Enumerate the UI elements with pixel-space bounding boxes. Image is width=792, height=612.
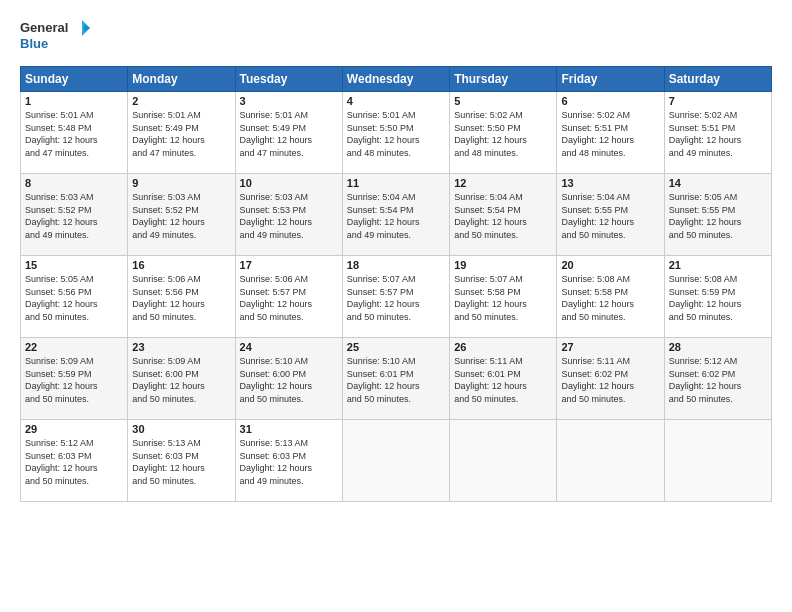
calendar-cell: 1Sunrise: 5:01 AMSunset: 5:48 PMDaylight… bbox=[21, 92, 128, 174]
cell-text: Sunrise: 5:08 AMSunset: 5:59 PMDaylight:… bbox=[669, 273, 767, 323]
calendar-cell bbox=[450, 420, 557, 502]
day-number: 16 bbox=[132, 259, 230, 271]
calendar-cell: 9Sunrise: 5:03 AMSunset: 5:52 PMDaylight… bbox=[128, 174, 235, 256]
cell-text: Sunrise: 5:10 AMSunset: 6:00 PMDaylight:… bbox=[240, 355, 338, 405]
cell-text: Sunrise: 5:03 AMSunset: 5:52 PMDaylight:… bbox=[25, 191, 123, 241]
calendar-cell: 25Sunrise: 5:10 AMSunset: 6:01 PMDayligh… bbox=[342, 338, 449, 420]
day-number: 1 bbox=[25, 95, 123, 107]
page: General Blue SundayMondayTuesdayWednesda… bbox=[0, 0, 792, 612]
day-number: 19 bbox=[454, 259, 552, 271]
cell-text: Sunrise: 5:01 AMSunset: 5:49 PMDaylight:… bbox=[240, 109, 338, 159]
day-number: 22 bbox=[25, 341, 123, 353]
calendar-cell: 24Sunrise: 5:10 AMSunset: 6:00 PMDayligh… bbox=[235, 338, 342, 420]
cell-text: Sunrise: 5:04 AMSunset: 5:54 PMDaylight:… bbox=[347, 191, 445, 241]
day-number: 2 bbox=[132, 95, 230, 107]
cell-text: Sunrise: 5:08 AMSunset: 5:58 PMDaylight:… bbox=[561, 273, 659, 323]
calendar-cell: 22Sunrise: 5:09 AMSunset: 5:59 PMDayligh… bbox=[21, 338, 128, 420]
day-number: 13 bbox=[561, 177, 659, 189]
calendar-cell: 28Sunrise: 5:12 AMSunset: 6:02 PMDayligh… bbox=[664, 338, 771, 420]
day-number: 9 bbox=[132, 177, 230, 189]
day-number: 12 bbox=[454, 177, 552, 189]
calendar-cell: 27Sunrise: 5:11 AMSunset: 6:02 PMDayligh… bbox=[557, 338, 664, 420]
cell-text: Sunrise: 5:13 AMSunset: 6:03 PMDaylight:… bbox=[132, 437, 230, 487]
cell-text: Sunrise: 5:02 AMSunset: 5:51 PMDaylight:… bbox=[561, 109, 659, 159]
calendar-cell: 20Sunrise: 5:08 AMSunset: 5:58 PMDayligh… bbox=[557, 256, 664, 338]
cell-text: Sunrise: 5:01 AMSunset: 5:49 PMDaylight:… bbox=[132, 109, 230, 159]
day-number: 26 bbox=[454, 341, 552, 353]
cell-text: Sunrise: 5:02 AMSunset: 5:51 PMDaylight:… bbox=[669, 109, 767, 159]
cell-text: Sunrise: 5:04 AMSunset: 5:55 PMDaylight:… bbox=[561, 191, 659, 241]
calendar-cell bbox=[557, 420, 664, 502]
day-number: 4 bbox=[347, 95, 445, 107]
calendar-cell: 21Sunrise: 5:08 AMSunset: 5:59 PMDayligh… bbox=[664, 256, 771, 338]
day-number: 15 bbox=[25, 259, 123, 271]
calendar-cell: 31Sunrise: 5:13 AMSunset: 6:03 PMDayligh… bbox=[235, 420, 342, 502]
cell-text: Sunrise: 5:05 AMSunset: 5:56 PMDaylight:… bbox=[25, 273, 123, 323]
day-header-thursday: Thursday bbox=[450, 67, 557, 92]
header: General Blue bbox=[20, 16, 772, 58]
calendar-cell: 23Sunrise: 5:09 AMSunset: 6:00 PMDayligh… bbox=[128, 338, 235, 420]
calendar-week-1: 1Sunrise: 5:01 AMSunset: 5:48 PMDaylight… bbox=[21, 92, 772, 174]
calendar-cell: 8Sunrise: 5:03 AMSunset: 5:52 PMDaylight… bbox=[21, 174, 128, 256]
calendar-cell: 18Sunrise: 5:07 AMSunset: 5:57 PMDayligh… bbox=[342, 256, 449, 338]
cell-text: Sunrise: 5:05 AMSunset: 5:55 PMDaylight:… bbox=[669, 191, 767, 241]
cell-text: Sunrise: 5:06 AMSunset: 5:57 PMDaylight:… bbox=[240, 273, 338, 323]
day-number: 27 bbox=[561, 341, 659, 353]
cell-text: Sunrise: 5:01 AMSunset: 5:48 PMDaylight:… bbox=[25, 109, 123, 159]
calendar-cell: 15Sunrise: 5:05 AMSunset: 5:56 PMDayligh… bbox=[21, 256, 128, 338]
day-number: 20 bbox=[561, 259, 659, 271]
cell-text: Sunrise: 5:12 AMSunset: 6:02 PMDaylight:… bbox=[669, 355, 767, 405]
day-number: 5 bbox=[454, 95, 552, 107]
calendar-cell: 3Sunrise: 5:01 AMSunset: 5:49 PMDaylight… bbox=[235, 92, 342, 174]
calendar-table: SundayMondayTuesdayWednesdayThursdayFrid… bbox=[20, 66, 772, 502]
day-number: 24 bbox=[240, 341, 338, 353]
calendar-cell: 26Sunrise: 5:11 AMSunset: 6:01 PMDayligh… bbox=[450, 338, 557, 420]
day-number: 23 bbox=[132, 341, 230, 353]
calendar-week-4: 22Sunrise: 5:09 AMSunset: 5:59 PMDayligh… bbox=[21, 338, 772, 420]
day-number: 10 bbox=[240, 177, 338, 189]
day-number: 7 bbox=[669, 95, 767, 107]
day-header-sunday: Sunday bbox=[21, 67, 128, 92]
cell-text: Sunrise: 5:03 AMSunset: 5:52 PMDaylight:… bbox=[132, 191, 230, 241]
cell-text: Sunrise: 5:01 AMSunset: 5:50 PMDaylight:… bbox=[347, 109, 445, 159]
day-number: 11 bbox=[347, 177, 445, 189]
calendar-cell: 19Sunrise: 5:07 AMSunset: 5:58 PMDayligh… bbox=[450, 256, 557, 338]
calendar-cell: 10Sunrise: 5:03 AMSunset: 5:53 PMDayligh… bbox=[235, 174, 342, 256]
calendar-cell: 6Sunrise: 5:02 AMSunset: 5:51 PMDaylight… bbox=[557, 92, 664, 174]
cell-text: Sunrise: 5:11 AMSunset: 6:01 PMDaylight:… bbox=[454, 355, 552, 405]
logo-svg: General Blue bbox=[20, 16, 90, 58]
cell-text: Sunrise: 5:12 AMSunset: 6:03 PMDaylight:… bbox=[25, 437, 123, 487]
calendar-cell: 16Sunrise: 5:06 AMSunset: 5:56 PMDayligh… bbox=[128, 256, 235, 338]
calendar-cell: 14Sunrise: 5:05 AMSunset: 5:55 PMDayligh… bbox=[664, 174, 771, 256]
cell-text: Sunrise: 5:02 AMSunset: 5:50 PMDaylight:… bbox=[454, 109, 552, 159]
day-header-tuesday: Tuesday bbox=[235, 67, 342, 92]
calendar-header: SundayMondayTuesdayWednesdayThursdayFrid… bbox=[21, 67, 772, 92]
cell-text: Sunrise: 5:10 AMSunset: 6:01 PMDaylight:… bbox=[347, 355, 445, 405]
cell-text: Sunrise: 5:13 AMSunset: 6:03 PMDaylight:… bbox=[240, 437, 338, 487]
calendar-cell: 4Sunrise: 5:01 AMSunset: 5:50 PMDaylight… bbox=[342, 92, 449, 174]
cell-text: Sunrise: 5:03 AMSunset: 5:53 PMDaylight:… bbox=[240, 191, 338, 241]
cell-text: Sunrise: 5:06 AMSunset: 5:56 PMDaylight:… bbox=[132, 273, 230, 323]
calendar-cell: 17Sunrise: 5:06 AMSunset: 5:57 PMDayligh… bbox=[235, 256, 342, 338]
cell-text: Sunrise: 5:09 AMSunset: 5:59 PMDaylight:… bbox=[25, 355, 123, 405]
cell-text: Sunrise: 5:07 AMSunset: 5:58 PMDaylight:… bbox=[454, 273, 552, 323]
day-number: 31 bbox=[240, 423, 338, 435]
day-header-saturday: Saturday bbox=[664, 67, 771, 92]
calendar-cell: 13Sunrise: 5:04 AMSunset: 5:55 PMDayligh… bbox=[557, 174, 664, 256]
day-header-friday: Friday bbox=[557, 67, 664, 92]
day-number: 8 bbox=[25, 177, 123, 189]
calendar-cell: 29Sunrise: 5:12 AMSunset: 6:03 PMDayligh… bbox=[21, 420, 128, 502]
day-number: 17 bbox=[240, 259, 338, 271]
calendar-cell: 12Sunrise: 5:04 AMSunset: 5:54 PMDayligh… bbox=[450, 174, 557, 256]
logo: General Blue bbox=[20, 16, 90, 58]
cell-text: Sunrise: 5:09 AMSunset: 6:00 PMDaylight:… bbox=[132, 355, 230, 405]
day-header-monday: Monday bbox=[128, 67, 235, 92]
day-number: 25 bbox=[347, 341, 445, 353]
day-number: 3 bbox=[240, 95, 338, 107]
calendar-cell: 2Sunrise: 5:01 AMSunset: 5:49 PMDaylight… bbox=[128, 92, 235, 174]
day-number: 28 bbox=[669, 341, 767, 353]
calendar-body: 1Sunrise: 5:01 AMSunset: 5:48 PMDaylight… bbox=[21, 92, 772, 502]
cell-text: Sunrise: 5:04 AMSunset: 5:54 PMDaylight:… bbox=[454, 191, 552, 241]
day-number: 14 bbox=[669, 177, 767, 189]
calendar-week-5: 29Sunrise: 5:12 AMSunset: 6:03 PMDayligh… bbox=[21, 420, 772, 502]
